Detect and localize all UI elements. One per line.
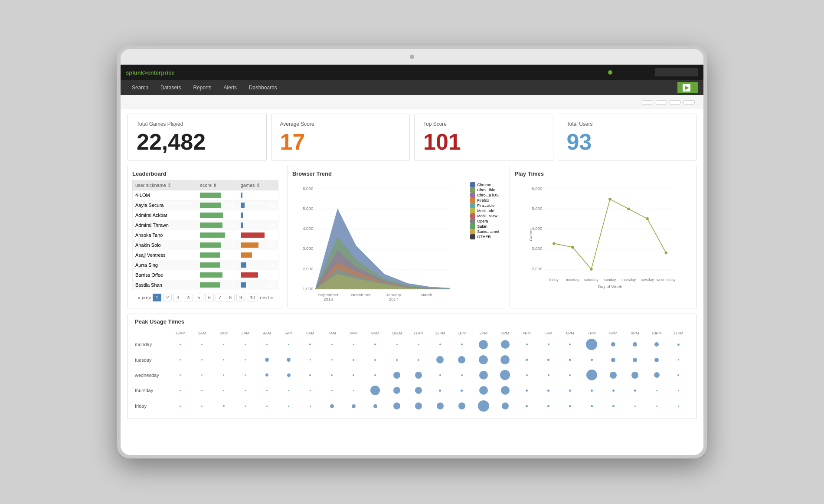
find-input[interactable] bbox=[655, 69, 698, 76]
col-header-score[interactable]: score ⇕ bbox=[197, 181, 238, 190]
bubble-cell bbox=[408, 357, 429, 363]
bubble bbox=[370, 386, 380, 395]
bubble-cell bbox=[278, 403, 300, 409]
bubble-hour-header: 3PM bbox=[494, 330, 516, 336]
theme-button[interactable] bbox=[642, 100, 653, 105]
row-name: 4-LOM bbox=[133, 190, 197, 200]
bubble bbox=[500, 370, 510, 380]
secondary-nav-items: Search Datasets Reports Alerts Dashboard… bbox=[126, 81, 677, 94]
messages-button[interactable] bbox=[617, 71, 624, 74]
bubble-cell bbox=[667, 357, 689, 363]
settings-button[interactable] bbox=[626, 71, 633, 74]
svg-text:November: November bbox=[351, 292, 371, 297]
kpi-avg-score-label: Average Score bbox=[280, 121, 401, 127]
bubble bbox=[180, 374, 181, 376]
page-7[interactable]: 7 bbox=[216, 294, 224, 301]
nav-search[interactable]: Search bbox=[126, 81, 154, 94]
bubble bbox=[266, 390, 268, 391]
play-times-content: Games 6,000 5,000 4,000 3,000 2,000 bbox=[514, 180, 692, 304]
nav-datasets[interactable]: Datasets bbox=[154, 81, 187, 94]
bubble bbox=[634, 406, 636, 407]
table-row: Admiral Ackbar4484 bbox=[133, 210, 278, 220]
page-6[interactable]: 6 bbox=[205, 294, 214, 301]
svg-text:6,000: 6,000 bbox=[532, 186, 543, 191]
page-8[interactable]: 8 bbox=[226, 294, 235, 301]
browser-trend-svg: 6,000 5,000 4,000 3,000 2,000 1,000 bbox=[292, 180, 467, 302]
edit-button[interactable] bbox=[656, 100, 667, 105]
svg-text:2,000: 2,000 bbox=[532, 266, 543, 271]
bubble bbox=[500, 355, 510, 364]
bubble bbox=[310, 390, 311, 391]
bubble-cell bbox=[538, 372, 559, 379]
bubble-hour-header: 2AM bbox=[213, 330, 235, 336]
bubble bbox=[331, 390, 333, 391]
bubble-cell bbox=[343, 341, 364, 348]
bubble-cell bbox=[191, 357, 213, 363]
nav-reports[interactable]: Reports bbox=[187, 81, 217, 94]
legend-mobi-afri: Mobi...afri bbox=[470, 208, 500, 213]
page-3[interactable]: 3 bbox=[173, 294, 182, 301]
next-page[interactable]: next » bbox=[260, 295, 273, 300]
dashboard-title-section bbox=[129, 102, 642, 103]
bubble-cell bbox=[494, 337, 516, 351]
nav-alerts[interactable]: Alerts bbox=[217, 81, 243, 94]
bubble bbox=[265, 358, 269, 362]
row-games: 878 bbox=[238, 230, 278, 240]
more-button[interactable] bbox=[683, 100, 695, 105]
bubble-cell bbox=[235, 403, 256, 409]
kpi-total-games-value: 22,482 bbox=[137, 131, 258, 153]
bubble bbox=[439, 344, 441, 345]
bubble-cell bbox=[213, 357, 235, 363]
svg-text:4,000: 4,000 bbox=[303, 226, 314, 231]
page-10[interactable]: 10 bbox=[247, 294, 258, 301]
bubble-cell bbox=[321, 387, 343, 394]
search-reporting-icon: ▶ bbox=[683, 84, 690, 92]
bubble bbox=[611, 342, 615, 347]
bubble-cell bbox=[191, 387, 213, 394]
svg-point-40 bbox=[628, 207, 630, 210]
bubble bbox=[591, 405, 593, 407]
bubble-cell bbox=[321, 357, 343, 363]
pagination: « prev 1 2 3 4 5 6 7 8 9 10 next » bbox=[132, 294, 278, 301]
kpi-avg-score-value: 17 bbox=[280, 131, 401, 153]
svg-text:sunday: sunday bbox=[604, 278, 616, 282]
row-games: 141 bbox=[238, 200, 278, 210]
search-reporting-button[interactable]: ▶ bbox=[677, 82, 698, 93]
nav-dashboards[interactable]: Dashboards bbox=[243, 81, 283, 94]
svg-point-36 bbox=[553, 242, 555, 245]
page-5[interactable]: 5 bbox=[195, 294, 203, 301]
bubble-hour-header: 8PM bbox=[602, 330, 624, 336]
svg-text:2,000: 2,000 bbox=[303, 266, 314, 271]
row-games: 84 bbox=[238, 210, 278, 220]
bubble-hour-header: 4PM bbox=[516, 330, 538, 336]
export-button[interactable] bbox=[670, 100, 681, 105]
bubble-cell bbox=[321, 372, 343, 379]
bubble-cell bbox=[300, 341, 321, 348]
bubble-cell bbox=[191, 403, 213, 409]
bubble bbox=[611, 358, 615, 362]
admin-button[interactable] bbox=[608, 70, 614, 75]
leaderboard-title: Leaderboard bbox=[132, 170, 278, 177]
page-9[interactable]: 9 bbox=[236, 294, 245, 301]
bubble-cell bbox=[581, 356, 602, 363]
page-4[interactable]: 4 bbox=[184, 294, 193, 301]
bubble-cell bbox=[516, 356, 538, 363]
bubble bbox=[439, 389, 441, 392]
bubble-cell bbox=[170, 341, 191, 348]
bubble bbox=[396, 344, 398, 345]
bubble-cell bbox=[343, 372, 364, 379]
table-row: Bastila Shan39203 bbox=[133, 280, 278, 290]
bubble-cell bbox=[170, 357, 191, 363]
help-button[interactable] bbox=[645, 71, 652, 74]
bubble-hour-header: 9AM bbox=[364, 330, 386, 336]
page-2[interactable]: 2 bbox=[163, 294, 172, 301]
col-header-nickname[interactable]: user.nickname ⇕ bbox=[133, 181, 197, 190]
bubble bbox=[180, 359, 181, 360]
bubble bbox=[288, 344, 289, 345]
col-header-games[interactable]: games ⇕ bbox=[238, 181, 278, 190]
prev-page[interactable]: « prev bbox=[137, 295, 151, 300]
activity-button[interactable] bbox=[636, 71, 643, 74]
bubble-hour-header: 12AM bbox=[170, 330, 191, 336]
page-1[interactable]: 1 bbox=[153, 294, 161, 301]
bubble-cell bbox=[300, 357, 321, 363]
